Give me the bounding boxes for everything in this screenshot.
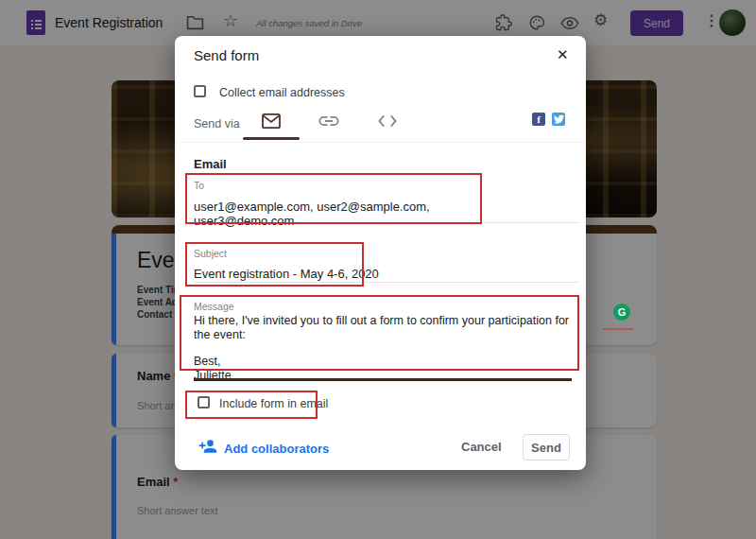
share-twitter-icon[interactable]	[552, 113, 565, 126]
dialog-title: Send form	[194, 47, 259, 63]
include-form-checkbox[interactable]	[198, 396, 210, 409]
grammarly-icon[interactable]: G	[613, 304, 630, 321]
share-facebook-icon[interactable]: f	[532, 113, 545, 126]
add-collaborators-link[interactable]: Add collaborators	[224, 442, 329, 456]
message-line-2: Best,	[194, 355, 572, 369]
message-field-input[interactable]: Hi there, I've invited you to fill out a…	[194, 314, 572, 383]
subject-field-underline	[194, 282, 578, 283]
to-field-label: To	[194, 180, 204, 191]
send-via-embed-tab-icon[interactable]	[377, 113, 398, 129]
message-focused-underline	[194, 378, 572, 381]
active-tab-underline	[243, 137, 300, 140]
grammarly-underline	[603, 328, 633, 330]
send-via-email-tab-icon[interactable]	[261, 113, 282, 130]
cancel-button[interactable]: Cancel	[461, 440, 502, 454]
send-button-dialog[interactable]: Send	[523, 434, 570, 461]
add-collaborators-icon[interactable]	[198, 439, 217, 454]
message-field-label: Message	[194, 301, 234, 312]
subject-field-input[interactable]: Event registration - May 4-6, 2020	[194, 267, 379, 281]
email-section-heading: Email	[194, 157, 227, 171]
google-forms-app: Even Event Tim Event Add Contact u Name …	[0, 0, 756, 539]
send-via-link-tab-icon[interactable]	[318, 114, 339, 128]
tabs-divider	[175, 142, 586, 143]
collect-emails-checkbox[interactable]	[194, 85, 206, 97]
send-form-dialog: Send form ✕ Collect email addresses Send…	[175, 36, 586, 470]
collect-emails-label: Collect email addresses	[219, 86, 345, 99]
message-line-1: Hi there, I've invited you to fill out a…	[194, 314, 572, 342]
include-form-label: Include form in email	[219, 397, 328, 410]
send-via-label: Send via	[194, 117, 240, 130]
subject-field-label: Subject	[194, 248, 227, 259]
to-field-input[interactable]: user1@example.com, user2@sample.com, use…	[194, 200, 487, 228]
close-icon[interactable]: ✕	[557, 46, 569, 63]
